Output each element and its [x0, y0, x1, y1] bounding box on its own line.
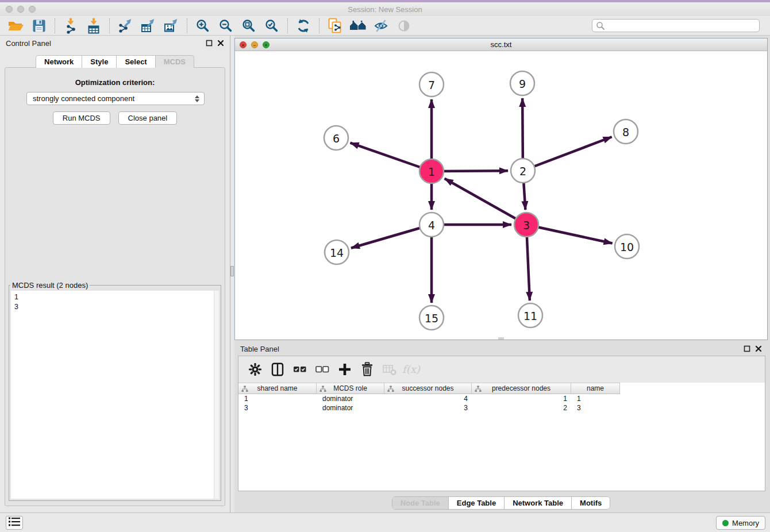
graph-edge-3-10[interactable] [526, 225, 613, 243]
import-network-button[interactable] [59, 17, 82, 34]
refresh-layout-button[interactable] [292, 17, 315, 34]
table-panel-header: Table Panel [234, 342, 768, 356]
node-table: f(x) shared nameMCDS rolesuccessor nodes… [238, 356, 765, 491]
tab-select[interactable]: Select [117, 55, 155, 68]
create-column-button[interactable] [335, 360, 355, 379]
tab-network[interactable]: Network [36, 55, 82, 68]
table-cell[interactable]: 2 [472, 403, 571, 413]
graph-node-label-2: 2 [519, 165, 526, 178]
hierarchy-icon [387, 385, 394, 392]
tab-network-table[interactable]: Network Table [504, 497, 571, 509]
memory-button[interactable]: Memory [716, 516, 765, 530]
graph-node-label-7: 7 [428, 79, 435, 91]
graphics-details-button[interactable] [369, 17, 392, 34]
tab-motifs[interactable]: Motifs [571, 497, 610, 509]
graph-node-label-15: 15 [425, 312, 438, 325]
table-cell[interactable]: dominator [317, 394, 384, 403]
table-row[interactable]: 3dominator323 [238, 403, 765, 413]
float-panel-icon[interactable] [206, 40, 213, 47]
export-network-button[interactable] [114, 17, 137, 34]
network-window-titlebar[interactable]: × − + scc.txt [235, 38, 767, 51]
select-all-icon [292, 363, 307, 376]
delete-columns-button[interactable] [357, 360, 377, 379]
dropdown-stepper-icon [195, 95, 199, 102]
tab-edge-table[interactable]: Edge Table [448, 497, 504, 509]
criterion-dropdown[interactable]: strongly connected component [26, 92, 205, 105]
close-panel-icon[interactable] [755, 345, 762, 352]
function-builder-button[interactable]: f(x) [402, 360, 422, 379]
unselect-all-columns-button[interactable] [313, 360, 332, 379]
table-cell[interactable]: 3 [384, 403, 472, 413]
close-panel-icon[interactable] [217, 40, 224, 47]
search-box[interactable] [592, 19, 760, 32]
list-icon [8, 516, 21, 529]
task-history-button[interactable] [6, 516, 23, 530]
table-cell[interactable]: dominator [317, 403, 384, 413]
graph-node-label-3: 3 [523, 219, 530, 232]
graph-edge-1-6[interactable] [351, 143, 432, 171]
table-cell[interactable]: 1 [238, 394, 317, 403]
splitter-handle[interactable] [230, 266, 234, 276]
export-table-button[interactable] [137, 17, 160, 34]
import-network-icon [63, 18, 78, 34]
export-image-button[interactable] [160, 17, 183, 34]
select-all-columns-button[interactable] [290, 360, 310, 379]
search-input[interactable] [607, 21, 756, 30]
table-cell[interactable]: 1 [571, 394, 620, 403]
table-cell[interactable]: 3 [238, 403, 317, 413]
zoom-fit-button[interactable] [237, 17, 260, 34]
result-scrollbar[interactable] [214, 291, 219, 499]
network-canvas[interactable]: 7968124314101511 [235, 51, 767, 340]
show-columns-button[interactable] [268, 360, 287, 379]
zoom-selected-button[interactable] [260, 17, 283, 34]
graph-node-label-9: 9 [519, 78, 526, 90]
canvas-resize-handle[interactable] [498, 337, 504, 340]
column-header-name[interactable]: name [571, 383, 620, 394]
table-cell[interactable]: 1 [472, 394, 571, 403]
optimization-criterion-label: Optimization criterion: [5, 78, 225, 87]
save-session-button[interactable] [28, 17, 51, 34]
import-table-icon [86, 18, 101, 34]
table-panel-title: Table Panel [240, 345, 279, 353]
column-header-label: name [587, 384, 604, 392]
column-header-shared-name[interactable]: shared name [238, 383, 317, 394]
column-header-MCDS-role[interactable]: MCDS role [317, 383, 384, 394]
control-panel-tabs: NetworkStyleSelectMCDS [0, 55, 230, 68]
home-icon [349, 18, 367, 33]
table-row[interactable]: 1dominator411 [238, 394, 765, 403]
fx-icon: f(x) [401, 363, 423, 376]
tab-style[interactable]: Style [82, 55, 117, 68]
tab-mcds[interactable]: MCDS [156, 55, 194, 68]
deselect-all-icon [315, 363, 330, 376]
duplicate-network-button[interactable] [324, 17, 346, 34]
delete-table-button[interactable] [380, 360, 399, 379]
close-panel-button[interactable]: Close panel [118, 111, 178, 125]
table-cell[interactable]: 4 [384, 394, 472, 403]
run-mcds-button[interactable]: Run MCDS [53, 111, 110, 125]
home-button[interactable] [346, 17, 369, 34]
svg-text:f(x): f(x) [402, 363, 421, 375]
show-hide-eye-button[interactable] [392, 17, 415, 34]
toolbar-separator [187, 18, 187, 33]
graph-edge-2-8[interactable] [523, 137, 612, 171]
column-header-successor-nodes[interactable]: successor nodes [384, 383, 472, 394]
import-table-button[interactable] [82, 17, 105, 34]
column-settings-button[interactable] [245, 360, 265, 379]
graph-node-label-14: 14 [330, 246, 344, 259]
zoom-out-icon [218, 18, 233, 33]
mcds-result-box[interactable]: 1 3 [11, 291, 219, 499]
panel-splitter[interactable] [230, 36, 234, 512]
network-view-window: × − + scc.txt 7968124314101511 [234, 38, 768, 340]
open-session-button[interactable] [5, 17, 28, 34]
save-icon [32, 18, 47, 33]
column-header-predecessor-nodes[interactable]: predecessor nodes [472, 383, 571, 394]
graph-node-label-6: 6 [333, 132, 340, 145]
zoom-in-button[interactable] [191, 17, 214, 34]
table-cell[interactable]: 3 [571, 403, 620, 413]
hierarchy-icon [319, 385, 326, 392]
graph-edge-3-1[interactable] [445, 179, 526, 225]
column-header-label: predecessor nodes [492, 384, 550, 392]
float-panel-icon[interactable] [744, 345, 750, 352]
tab-node-table[interactable]: Node Table [392, 497, 448, 509]
zoom-out-button[interactable] [214, 17, 237, 34]
